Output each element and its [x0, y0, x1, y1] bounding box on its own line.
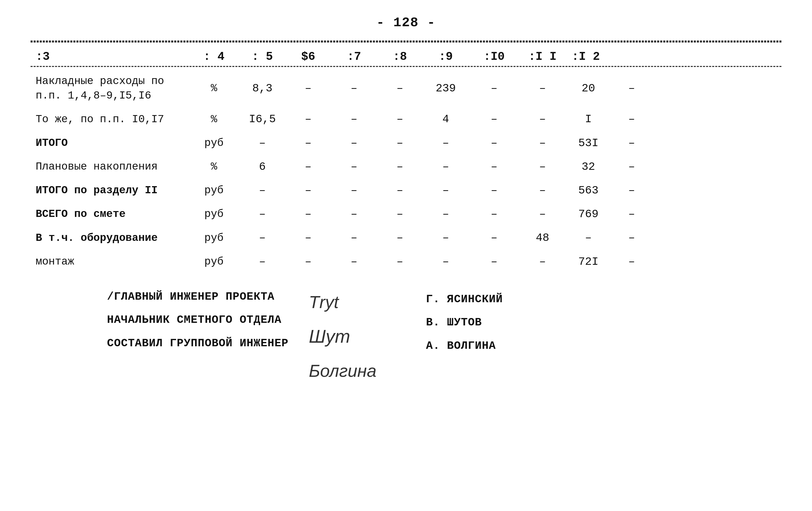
row-v8: – [377, 254, 423, 269]
row-v11: – [520, 183, 566, 198]
row-unit: руб [188, 184, 239, 198]
col-header-6: $6 [285, 50, 331, 63]
row-label: Накладные расходы по п.п. 1,4,8–9,I5,I6 [31, 74, 188, 103]
row-v5: – [239, 254, 285, 269]
row-v12: 72I [566, 254, 611, 269]
table-row: ВСЕГО по смете руб – – – – – – – 769 – [31, 203, 781, 226]
row-unit: % [188, 113, 239, 126]
row-v13: – [611, 207, 652, 221]
name-2: В. ШУТОВ [426, 315, 503, 330]
row-v8: – [377, 81, 423, 96]
row-v5: – [239, 207, 285, 221]
table-row: монтаж руб – – – – – – – 72I – [31, 250, 781, 274]
row-v7: – [331, 254, 377, 269]
row-unit: руб [188, 207, 239, 221]
role-1: /ГЛАВНЫЙ ИНЖЕНЕР ПРОЕКТА [107, 289, 289, 305]
row-v8: – [377, 183, 423, 198]
row-v10: – [469, 160, 520, 174]
row-v12: 20 [566, 81, 611, 96]
row-v6: – [285, 81, 331, 96]
row-v10: – [469, 112, 520, 126]
row-v8: – [377, 136, 423, 150]
column-header-row: :3 : 4 : 5 $6 :7 :8 :9 :I0 :I I :I 2 [31, 48, 781, 67]
table-row: Накладные расходы по п.п. 1,4,8–9,I5,I6 … [31, 69, 781, 108]
row-v7: – [331, 160, 377, 174]
row-label: ИТОГО по разделу II [31, 183, 188, 198]
row-v9: – [423, 136, 469, 150]
col-header-10: :I0 [469, 50, 520, 63]
row-unit: % [188, 82, 239, 95]
row-v6: – [285, 254, 331, 269]
name-3: А. ВОЛГИНА [426, 338, 503, 354]
sig-handwritten-3: Болгина [309, 358, 406, 384]
row-v5: I6,5 [239, 112, 285, 126]
row-v9: – [423, 231, 469, 245]
row-unit: % [188, 160, 239, 174]
row-unit: руб [188, 231, 239, 245]
row-v12: I [566, 112, 611, 126]
col-header-7: :7 [331, 50, 377, 63]
row-v13: – [611, 112, 652, 126]
sig-handwritten-2: Шут [309, 323, 406, 350]
row-v13: – [611, 254, 652, 269]
col-header-11: :I I [520, 50, 566, 63]
row-v12: – [566, 231, 611, 245]
row-v6: – [285, 160, 331, 174]
table-row: ИТОГО руб – – – – – – – 53I – [31, 131, 781, 155]
signature-handwritten: Тrуt Шут Болгина [309, 289, 406, 384]
row-v11: – [520, 160, 566, 174]
role-2: НАЧАЛЬНИК СМЕТНОГО ОТДЕЛА [107, 312, 289, 328]
row-v10: – [469, 136, 520, 150]
table-row: В т.ч. оборудование руб – – – – – – 48 –… [31, 226, 781, 250]
row-v6: – [285, 207, 331, 221]
page-number: - 128 - [31, 15, 781, 30]
row-unit: руб [188, 255, 239, 269]
row-v13: – [611, 183, 652, 198]
col-header-5: : 5 [239, 50, 285, 63]
row-v6: – [285, 231, 331, 245]
row-v5: – [239, 231, 285, 245]
row-label: Плановые накопления [31, 160, 188, 174]
col-header-12: :I 2 [566, 50, 606, 63]
row-v9: 4 [423, 112, 469, 126]
signature-names: Г. ЯСИНСКИЙ В. ШУТОВ А. ВОЛГИНА [426, 289, 503, 354]
row-v10: – [469, 81, 520, 96]
row-v13: – [611, 231, 652, 245]
row-v8: – [377, 160, 423, 174]
row-v10: – [469, 207, 520, 221]
row-v11: – [520, 136, 566, 150]
role-3: СОСТАВИЛ ГРУППОВОЙ ИНЖЕНЕР [107, 336, 289, 351]
row-v5: – [239, 136, 285, 150]
row-label: ИТОГО [31, 136, 188, 150]
row-v5: 8,3 [239, 81, 285, 96]
row-v5: – [239, 183, 285, 198]
row-v13: – [611, 136, 652, 150]
row-v7: – [331, 112, 377, 126]
row-v7: – [331, 183, 377, 198]
row-v10: – [469, 183, 520, 198]
col-header-4: : 4 [188, 50, 239, 63]
row-v9: – [423, 254, 469, 269]
row-v7: – [331, 136, 377, 150]
row-v10: – [469, 254, 520, 269]
signatures-section: /ГЛАВНЫЙ ИНЖЕНЕР ПРОЕКТА НАЧАЛЬНИК СМЕТН… [31, 289, 781, 384]
row-v11: 48 [520, 231, 566, 245]
row-v5: 6 [239, 160, 285, 174]
table-row: ИТОГО по разделу II руб – – – – – – – 56… [31, 179, 781, 203]
row-v10: – [469, 231, 520, 245]
row-label: В т.ч. оборудование [31, 231, 188, 245]
signature-roles: /ГЛАВНЫЙ ИНЖЕНЕР ПРОЕКТА НАЧАЛЬНИК СМЕТН… [107, 289, 289, 351]
dashed-line-second [31, 41, 781, 42]
row-v7: – [331, 231, 377, 245]
col-header-8: :8 [377, 50, 423, 63]
col-header-9: :9 [423, 50, 469, 63]
row-v11: – [520, 81, 566, 96]
row-v6: – [285, 112, 331, 126]
table-row: Плановые накопления % 6 – – – – – – 32 – [31, 155, 781, 179]
row-unit: руб [188, 136, 239, 150]
col-header-3: :3 [31, 50, 188, 63]
row-label: То же, по п.п. I0,I7 [31, 112, 188, 127]
row-v11: – [520, 207, 566, 221]
row-v7: – [331, 207, 377, 221]
row-label: монтаж [31, 254, 188, 269]
